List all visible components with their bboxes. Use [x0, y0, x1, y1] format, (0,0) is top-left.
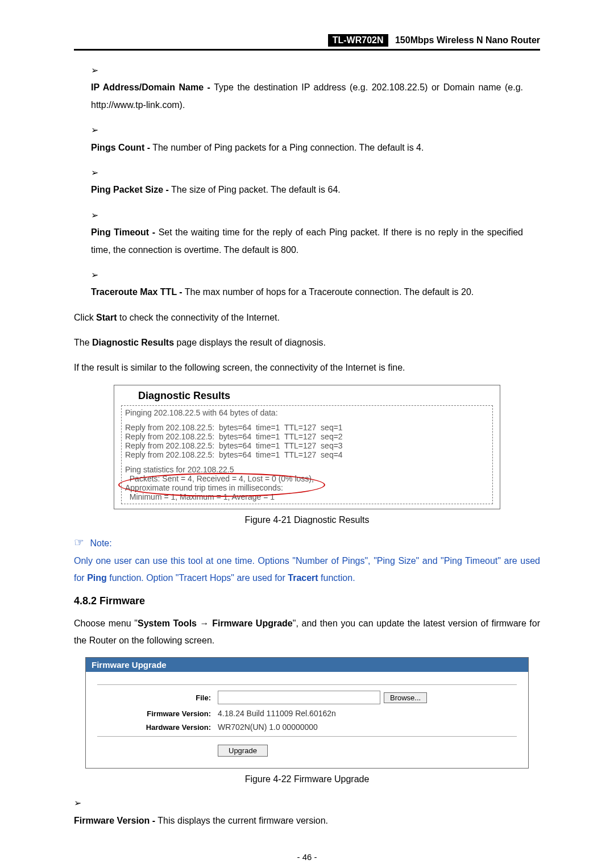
firmware-version-label: Firmware Version:	[97, 709, 218, 718]
firmware-version-value: 4.18.24 Build 111009 Rel.60162n	[218, 709, 336, 718]
bullet-arrow-icon: ➢	[74, 795, 89, 812]
paragraph: The Diagnostic Results page displays the…	[74, 334, 540, 351]
file-input[interactable]	[218, 691, 380, 704]
upgrade-button[interactable]: Upgrade	[218, 745, 268, 757]
figure-caption: Figure 4-22 Firmware Upgrade	[74, 774, 540, 784]
text-bold: Firmware Upgrade	[212, 618, 293, 628]
diag-line: Reply from 202.108.22.5: bytes=64 time=1…	[125, 423, 489, 432]
bullet-text: Set the waiting time for the reply of ea…	[91, 227, 523, 254]
firmware-version-row: Firmware Version: 4.18.24 Build 111009 R…	[97, 709, 517, 718]
pointing-hand-icon: ☞	[74, 536, 84, 549]
figure-caption: Figure 4-21 Diagnostic Results	[74, 515, 540, 525]
page-number: - 46 -	[74, 852, 540, 862]
bullet-label: Ping Timeout -	[91, 227, 155, 237]
bullet-label: IP Address/Domain Name -	[91, 82, 210, 92]
hardware-version-row: Hardware Version: WR702N(UN) 1.0 0000000…	[97, 722, 517, 732]
paragraph: If the result is similar to the followin…	[74, 359, 540, 376]
paragraph: Click Start to check the connectivity of…	[74, 309, 540, 326]
bullet-text: This displays the current firmware versi…	[155, 816, 328, 825]
diagnostic-output-box: Pinging 202.108.22.5 with 64 bytes of da…	[121, 405, 493, 504]
upgrade-row: Upgrade	[97, 736, 517, 765]
note-body: Only one user can use this tool at one t…	[74, 553, 540, 587]
bullet-item: ➢ Ping Packet Size - The size of Ping pa…	[91, 164, 540, 199]
section-heading: 4.8.2 Firmware	[74, 595, 540, 607]
text-bold: Ping	[87, 573, 107, 583]
diag-line: Minimum = 1, Maximum = 1, Average = 1	[125, 492, 489, 501]
bullet-arrow-icon: ➢	[91, 207, 106, 224]
diag-line: Ping statistics for 202.108.22.5	[125, 465, 489, 474]
bullet-text: The max number of hops for a Traceroute …	[182, 287, 474, 297]
diag-line: Pinging 202.108.22.5 with 64 bytes of da…	[125, 408, 489, 417]
note-heading: ☞ Note:	[74, 535, 540, 549]
firmware-upgrade-title: Firmware Upgrade	[86, 658, 528, 672]
model-badge: TL-WR702N	[328, 34, 388, 47]
firmware-upgrade-figure: Firmware Upgrade File: Browse... Firmwar…	[85, 657, 529, 769]
bullet-item: ➢ Ping Timeout - Set the waiting time fo…	[91, 207, 540, 259]
diag-line: Reply from 202.108.22.5: bytes=64 time=1…	[125, 432, 489, 441]
note-label: Note:	[90, 538, 111, 548]
text-bold: Start	[96, 313, 117, 322]
bullet-arrow-icon: ➢	[91, 164, 106, 181]
bullet-arrow-icon: ➢	[91, 62, 106, 79]
document-page: TL-WR702N 150Mbps Wireless N Nano Router…	[0, 0, 614, 868]
diagnostic-results-figure: Diagnostic Results Pinging 202.108.22.5 …	[114, 385, 500, 509]
diagnostic-results-title: Diagnostic Results	[121, 390, 493, 402]
hardware-version-value: WR702N(UN) 1.0 00000000	[218, 722, 318, 732]
bullet-text: The size of Ping packet. The default is …	[169, 185, 341, 194]
browse-button[interactable]: Browse...	[384, 692, 427, 703]
bullet-text: The number of Ping packets for a Ping co…	[150, 143, 424, 152]
arrow-icon: →	[197, 618, 212, 628]
bullet-label: Pings Count -	[91, 143, 150, 152]
text: page displays the result of diagnosis.	[174, 338, 326, 347]
file-row: File: Browse...	[97, 691, 517, 704]
bullet-item: ➢ Traceroute Max TTL - The max number of…	[91, 267, 540, 301]
text-bold: System Tools	[138, 618, 197, 628]
text: The	[74, 338, 92, 347]
text: function.	[318, 573, 355, 583]
diag-line: Reply from 202.108.22.5: bytes=64 time=1…	[125, 441, 489, 450]
page-header: TL-WR702N 150Mbps Wireless N Nano Router	[74, 34, 540, 51]
text-bold: Tracert	[288, 573, 318, 583]
text: Choose menu "	[74, 618, 138, 628]
hardware-version-label: Hardware Version:	[97, 723, 218, 732]
paragraph: Choose menu "System Tools → Firmware Upg…	[74, 615, 540, 650]
bullet-item: ➢ Pings Count - The number of Ping packe…	[91, 122, 540, 156]
text: function. Option "Tracert Hops" are used…	[107, 573, 288, 583]
text-bold: Diagnostic Results	[92, 338, 174, 347]
diag-line: Approximate round trip times in millisec…	[125, 483, 489, 492]
diag-line: Reply from 202.108.22.5: bytes=64 time=1…	[125, 450, 489, 459]
file-label: File:	[97, 693, 218, 702]
bullet-item: ➢ Firmware Version - This displays the c…	[74, 795, 540, 829]
diag-line: Packets: Sent = 4, Received = 4, Lost = …	[125, 474, 489, 483]
divider	[97, 684, 517, 685]
text: to check the connectivity of the Interne…	[117, 313, 280, 322]
bullet-item: ➢ IP Address/Domain Name - Type the dest…	[91, 62, 540, 114]
model-description: 150Mbps Wireless N Nano Router	[395, 35, 540, 45]
bullet-label: Ping Packet Size -	[91, 185, 169, 194]
bullet-arrow-icon: ➢	[91, 267, 106, 284]
bullet-label: Firmware Version -	[74, 816, 155, 825]
bullet-label: Traceroute Max TTL -	[91, 287, 182, 297]
bullet-arrow-icon: ➢	[91, 122, 106, 139]
text: Click	[74, 313, 96, 322]
